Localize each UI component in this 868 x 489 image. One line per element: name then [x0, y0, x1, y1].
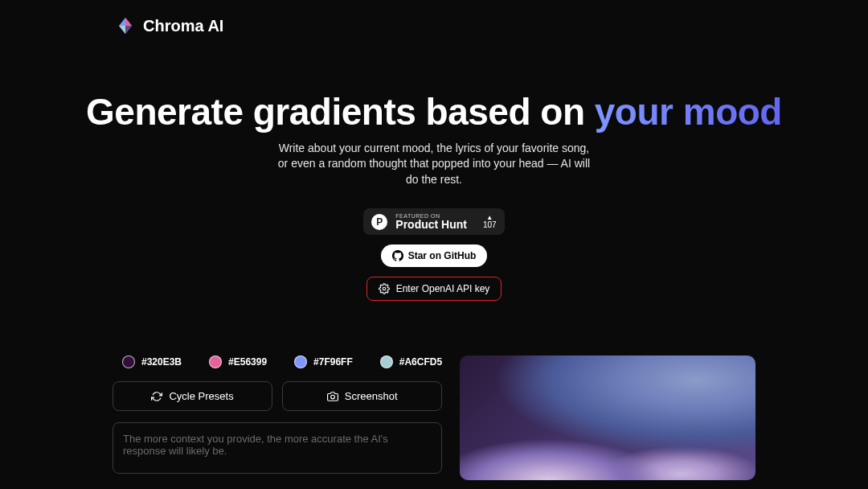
- product-hunt-text: FEATURED ON Product Hunt: [395, 213, 467, 230]
- hero-buttons: P FEATURED ON Product Hunt ▲ 107 Star on…: [0, 208, 868, 301]
- product-hunt-upvote-count: 107: [483, 221, 497, 229]
- color-swatch-2[interactable]: #E56399: [209, 355, 267, 368]
- color-row: #320E3B #E56399 #7F96FF #A6CFD5: [113, 355, 442, 368]
- color-swatch-3[interactable]: #7F96FF: [294, 355, 353, 368]
- screenshot-label: Screenshot: [345, 390, 398, 402]
- svg-point-5: [330, 395, 334, 399]
- github-button-label: Star on GitHub: [408, 250, 477, 261]
- api-key-button-label: Enter OpenAI API key: [396, 283, 490, 294]
- github-icon: [392, 250, 403, 261]
- brand-name: Chroma AI: [143, 17, 223, 35]
- hero-title-highlight: your mood: [595, 91, 782, 133]
- svg-point-4: [383, 288, 386, 291]
- product-hunt-icon: P: [371, 214, 387, 230]
- star-github-button[interactable]: Star on GitHub: [381, 244, 488, 267]
- header: Chroma AI: [0, 0, 868, 35]
- color-swatch-4[interactable]: #A6CFD5: [380, 355, 442, 368]
- product-hunt-badge[interactable]: P FEATURED ON Product Hunt ▲ 107: [363, 208, 504, 235]
- prompt-input[interactable]: [113, 422, 442, 474]
- hero-title-prefix: Generate gradients based on: [86, 91, 595, 133]
- color-hex-label: #A6CFD5: [399, 356, 442, 368]
- color-hex-label: #7F96FF: [313, 356, 353, 368]
- color-circle-icon: [294, 355, 307, 368]
- svg-marker-2: [125, 26, 132, 34]
- color-circle-icon: [209, 355, 222, 368]
- hero-subtitle: Write about your current mood, the lyric…: [273, 141, 595, 188]
- product-hunt-votes: ▲ 107: [475, 215, 497, 229]
- gear-icon: [379, 283, 390, 294]
- left-panel: #320E3B #E56399 #7F96FF #A6CFD5 Cy: [113, 355, 442, 480]
- svg-marker-3: [119, 26, 125, 34]
- cycle-presets-button[interactable]: Cycle Presets: [113, 381, 272, 411]
- logo-icon: [116, 16, 135, 35]
- cycle-presets-label: Cycle Presets: [169, 390, 233, 402]
- action-row: Cycle Presets Screenshot: [113, 381, 442, 411]
- product-hunt-name: Product Hunt: [395, 219, 467, 230]
- color-circle-icon: [122, 355, 135, 368]
- color-circle-icon: [380, 355, 393, 368]
- svg-marker-1: [125, 18, 132, 26]
- color-hex-label: #E56399: [228, 356, 267, 368]
- camera-icon: [327, 391, 338, 402]
- color-hex-label: #320E3B: [141, 356, 182, 368]
- screenshot-button[interactable]: Screenshot: [282, 381, 442, 411]
- hero-title: Generate gradients based on your mood: [0, 92, 868, 133]
- enter-api-key-button[interactable]: Enter OpenAI API key: [366, 277, 502, 301]
- tools-area: #320E3B #E56399 #7F96FF #A6CFD5 Cy: [0, 355, 868, 480]
- gradient-preview: [460, 355, 755, 480]
- refresh-icon: [151, 391, 162, 402]
- hero-section: Generate gradients based on your mood Wr…: [0, 92, 868, 301]
- color-swatch-1[interactable]: #320E3B: [122, 355, 182, 368]
